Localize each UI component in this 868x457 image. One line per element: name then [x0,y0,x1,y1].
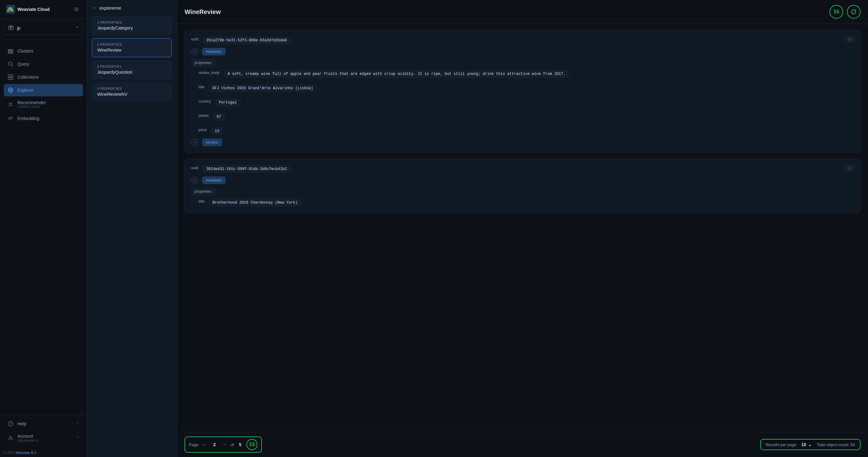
collection-props-jeopardy-question: 6 PROPERTIES [97,65,166,68]
page-label: Page [189,442,198,447]
sidebar-item-collections[interactable]: Collections [4,71,83,83]
review-body-label: review_body: [198,70,221,75]
uuid-label-1: uuid: [191,37,199,41]
prev-page-button[interactable]: ← [201,442,208,447]
svg-text:?: ? [10,422,11,426]
uuid-value-2: 3824ed31-181c-509f-91db-3d0cfecb41b2 [203,165,290,173]
points-value: 87 [213,113,224,121]
svg-rect-3 [74,8,79,8]
tenant-icon [8,25,14,31]
explorer-header: WineReview 15 [177,0,868,24]
record-card-1: { } uuid: 35ca278b-5e31-52f3-880e-93a3d7… [185,30,861,153]
points-label: points: [198,113,209,118]
explorer-icon [7,87,14,93]
svg-rect-9 [8,50,13,50]
svg-rect-4 [74,9,79,10]
svg-rect-8 [10,28,12,29]
total-pages: 5 [237,442,244,447]
collection-card-wine-review-nv[interactable]: 5 PROPERTIES WineReviewNV [92,82,172,101]
collection-card-jeopardy-category[interactable]: 1 PROPERTIES JeopardyCategory [92,16,172,35]
copyright-text: © 2025 Weaviate B.V. [0,448,87,457]
page-badge: 13 [246,439,257,450]
sidebar-item-help[interactable]: ? Help ⌃ [4,418,83,430]
tenant-selector[interactable]: jp ⌃ [4,22,83,34]
price-row: price: 13 [198,127,854,135]
collections-panel: ← exploreme 1 PROPERTIES JeopardyCategor… [87,0,177,457]
vectors-expand-button-1[interactable]: › [191,139,198,146]
collapse-button[interactable] [72,5,81,13]
title-row-2: title: Brotherhood 2010 Chardonnay (New … [198,199,854,206]
copyright-link[interactable]: Weaviate B.V. [16,451,37,455]
review-body-value: A soft, creamy wine full of apple and pe… [224,70,569,78]
country-row: country: Portugal [198,99,854,106]
sidebar-item-explorer[interactable]: Explorer [4,84,83,96]
sidebar-item-clusters[interactable]: Clusters [4,45,83,57]
review-body-row: review_body: A soft, creamy wine full of… [198,70,854,78]
results-per-page-select[interactable]: 10 ⌄ [802,442,812,447]
sidebar-item-account[interactable]: Account jp@weaviate.io ⌃ [4,431,83,445]
metadata-expand-button-1[interactable]: › [191,48,198,55]
help-chevron-icon: ⌃ [76,422,79,426]
layers-icon [7,48,14,54]
back-arrow-icon: ← [92,5,97,10]
explorer-title: WineReview [185,8,221,16]
explorer-content: WineReview 15 { } uuid: [177,0,868,457]
collection-card-wine-review[interactable]: 5 PROPERTIES WineReview [92,38,172,57]
price-label: price: [198,127,208,132]
svg-point-19 [10,89,11,91]
svg-rect-10 [8,51,13,52]
pagination-bar: Page ← 2 → of 5 13 Results per page 10 ⌄… [177,432,868,457]
svg-rect-15 [11,75,13,77]
metadata-tag-1[interactable]: metadata: [202,48,225,55]
current-page: 2 [211,442,218,447]
country-label: country: [198,99,212,104]
svg-rect-11 [8,53,13,54]
sidebar-account-label: Account jp@weaviate.io [18,434,72,442]
tenant-chevron-icon: ⌃ [75,26,79,30]
sidebar-clusters-label: Clusters [18,49,79,54]
weaviate-logo-icon [6,5,15,14]
sidebar-nav: Clusters Query Collections [0,42,87,128]
results-per-page-value: 10 [802,442,806,447]
account-chevron-icon: ⌃ [76,436,79,440]
svg-point-24 [10,103,12,105]
back-label: exploreme [99,5,121,10]
title-value-1: DFJ Vinhos 2015 Grand'Arte Alvarinho (Li… [209,85,316,92]
sidebar-item-embedding[interactable]: Embedding [4,112,83,125]
recommender-coming-soon: COMING SOON [18,105,79,109]
collection-props-wine-review: 5 PROPERTIES [97,43,166,46]
sidebar-help-label: Help [18,421,72,426]
properties-label-1: properties: [191,59,216,66]
vectors-tag-1[interactable]: vectors: [202,139,222,146]
sidebar-recommender-label: Recommender COMING SOON [18,100,79,109]
price-value: 13 [211,127,222,135]
properties-label-row-2: properties: [191,188,854,195]
collection-card-jeopardy-question[interactable]: 6 PROPERTIES JeopardyQuestion [92,60,172,79]
metadata-expand-button-2[interactable]: › [191,177,198,184]
sidebar-query-label: Query [18,62,79,66]
json-button-1[interactable]: { } [845,35,855,43]
collections-icon [7,74,14,80]
refresh-button[interactable] [847,5,861,19]
properties-label-row-1: properties: [191,59,854,66]
json-button-2[interactable]: { } [845,164,855,172]
sidebar-collections-label: Collections [18,75,79,80]
metadata-tag-2[interactable]: metadata: [202,177,225,184]
next-page-button[interactable]: → [221,442,228,447]
sidebar-item-recommender[interactable]: Recommender COMING SOON [4,97,83,112]
sidebar-explorer-label: Explorer [18,88,79,93]
page-controls: Page ← 2 → of 5 13 [185,436,262,453]
title-row-1: title: DFJ Vinhos 2015 Grand'Arte Alvari… [198,85,854,92]
metadata-row-1: › metadata: [191,48,854,55]
account-icon [7,435,14,441]
points-row: points: 87 [198,113,854,121]
collection-name-jeopardy-category: JeopardyCategory [97,26,166,30]
properties-block-1: review_body: A soft, creamy wine full of… [191,70,854,135]
main-area: ← exploreme 1 PROPERTIES JeopardyCategor… [87,0,868,457]
svg-line-13 [12,65,13,66]
vectors-row-1: › vectors: [191,139,854,146]
sidebar-item-query[interactable]: Query [4,58,83,70]
svg-rect-16 [8,78,10,80]
back-navigation[interactable]: ← exploreme [92,5,172,10]
collection-name-wine-review-nv: WineReviewNV [97,92,166,97]
